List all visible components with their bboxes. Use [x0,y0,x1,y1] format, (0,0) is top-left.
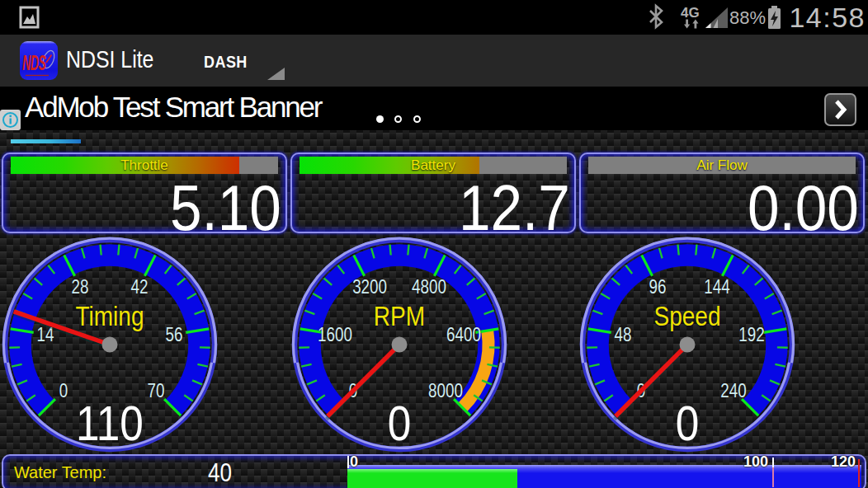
svg-text:0: 0 [388,396,412,451]
svg-text:4800: 4800 [412,276,446,297]
svg-text:4G: 4G [681,5,700,21]
svg-text:70: 70 [147,380,164,401]
svg-text:56: 56 [166,324,183,345]
svg-text:110: 110 [76,396,144,451]
svg-text:NDS: NDS [22,50,46,74]
svg-text:RPM: RPM [374,300,425,331]
svg-text:0: 0 [676,396,700,451]
svg-text:Timing: Timing [75,300,144,331]
svg-text:88%: 88% [729,7,766,28]
svg-text:144: 144 [704,276,730,297]
svg-text:42: 42 [130,276,148,297]
svg-text:192: 192 [738,324,764,345]
svg-text:0: 0 [59,380,68,401]
svg-text:NDSI Lite: NDSI Lite [66,45,153,73]
svg-text:96: 96 [649,276,667,297]
svg-text:DASH: DASH [204,53,248,71]
svg-text:8000: 8000 [428,380,463,401]
svg-text:28: 28 [72,276,89,297]
svg-text:6400: 6400 [446,324,481,345]
svg-text:240: 240 [720,380,746,401]
svg-text:1600: 1600 [318,324,352,345]
svg-text:48: 48 [615,324,632,345]
svg-text:Speed: Speed [653,300,720,331]
svg-text:3200: 3200 [352,276,387,297]
svg-text:14:58: 14:58 [789,2,866,33]
